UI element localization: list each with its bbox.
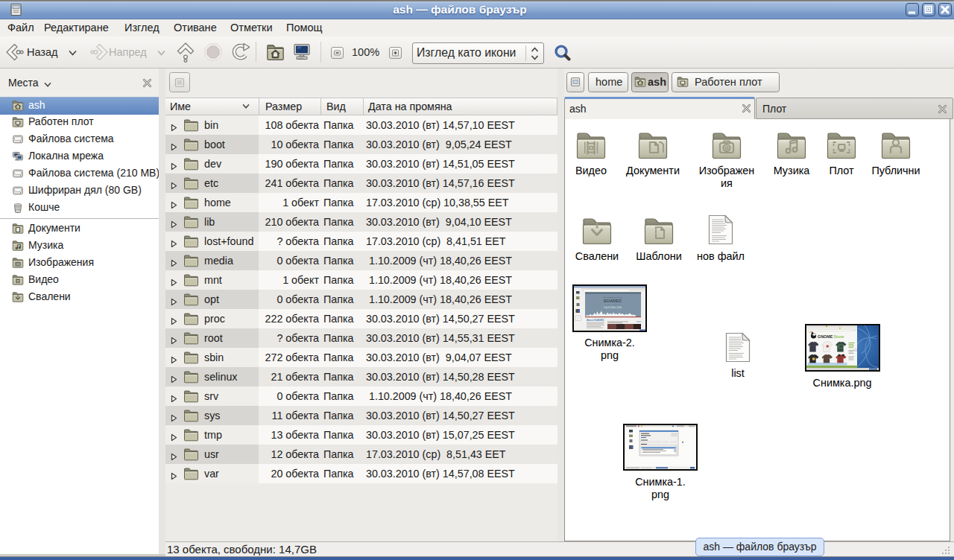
svg-text:GUADEC: GUADEC xyxy=(604,299,622,303)
svg-text:GNOME: GNOME xyxy=(818,334,833,339)
svg-text:more: more xyxy=(636,320,641,323)
svg-text:About GUADEC: About GUADEC xyxy=(587,319,605,322)
svg-text:July 24-30th, 2010: July 24-30th, 2010 xyxy=(604,306,622,309)
svg-text:Store: Store xyxy=(834,334,844,339)
